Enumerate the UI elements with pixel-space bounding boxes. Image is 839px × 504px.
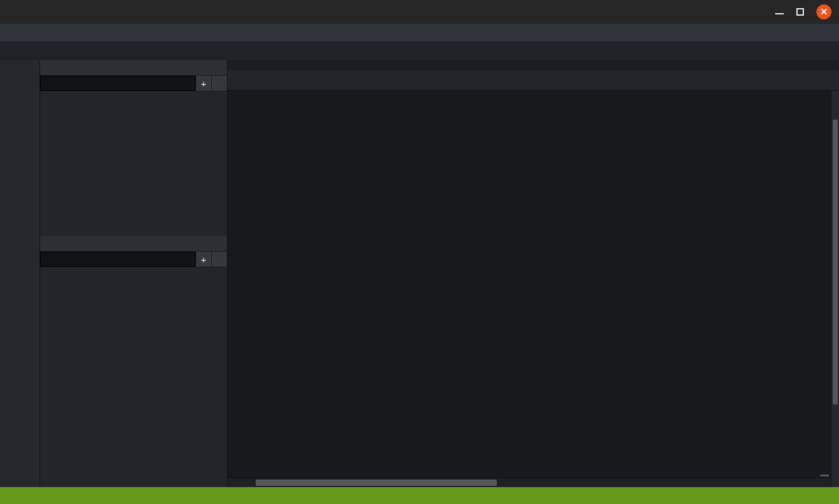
window-controls: ✕ <box>775 0 831 24</box>
icon-rail <box>0 60 39 487</box>
toolbar <box>0 41 839 60</box>
connections-panel-header[interactable] <box>40 60 227 76</box>
minimize-button[interactable] <box>775 9 784 14</box>
connections-list <box>40 91 227 236</box>
connections-search-input[interactable] <box>40 76 195 91</box>
menu-bar <box>0 24 839 41</box>
tab-strip <box>227 71 839 91</box>
data-grid <box>227 91 839 487</box>
add-table-icon-button[interactable]: + <box>195 252 211 267</box>
close-button[interactable]: ✕ <box>816 4 831 19</box>
tables-list <box>40 267 227 487</box>
title-bar: ✕ <box>0 0 839 24</box>
connections-search-row: + <box>40 76 227 91</box>
content-area <box>227 60 839 487</box>
dbgate-window: ✕ + + <box>0 0 839 504</box>
status-bar <box>0 487 839 504</box>
tab-group-strip <box>227 60 839 71</box>
maximize-button[interactable] <box>796 8 804 16</box>
vertical-scrollbar[interactable] <box>831 91 839 487</box>
vertical-scrollbar-thumb[interactable] <box>833 120 838 404</box>
main-area: + + <box>0 60 839 487</box>
selection-summary-badge <box>820 475 829 476</box>
tables-search-row: + <box>40 252 227 267</box>
tables-search-input[interactable] <box>40 252 195 267</box>
horizontal-scrollbar[interactable] <box>227 478 831 487</box>
sidebar: + + <box>39 60 227 487</box>
refresh-tables-button[interactable] <box>211 252 227 267</box>
grid-body <box>227 91 839 478</box>
tables-panel-header[interactable] <box>40 236 227 252</box>
refresh-connections-button[interactable] <box>211 76 227 91</box>
add-connection-icon-button[interactable]: + <box>195 76 211 91</box>
horizontal-scrollbar-thumb[interactable] <box>256 480 497 486</box>
